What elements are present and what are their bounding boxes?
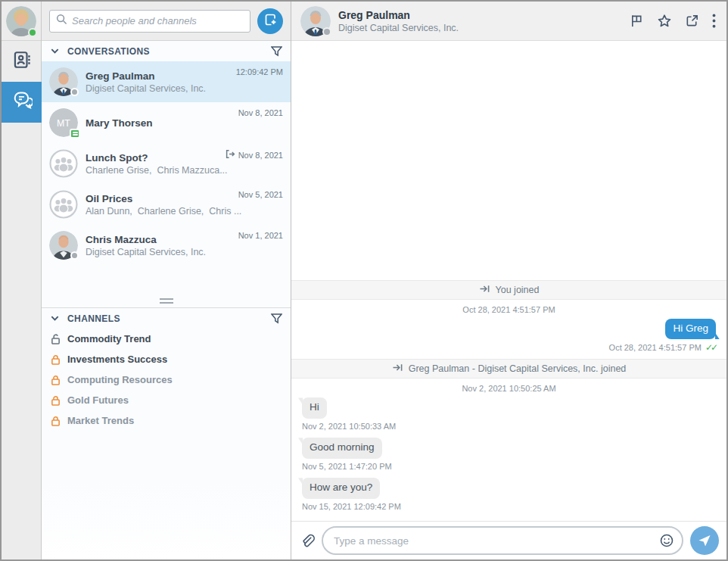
conversations-list: Greg Paulman Digiset Capital Services, I… bbox=[42, 61, 291, 266]
system-banner-peer-joined: Greg Paulman - Digiset Capital Services,… bbox=[291, 359, 726, 379]
conversation-participants: Alan Dunn, Charlene Grise, Chris ... bbox=[86, 206, 283, 217]
channel-market-trends[interactable]: Market Trends bbox=[42, 410, 291, 431]
new-chat-icon bbox=[263, 12, 278, 30]
chat-header: Greg Paulman Digiset Capital Services, I… bbox=[291, 2, 726, 41]
message-text: How are you? bbox=[310, 482, 372, 493]
group-avatar-icon bbox=[49, 149, 78, 178]
received-message-bubble[interactable]: Good morning bbox=[302, 438, 382, 459]
conversation-timestamp: Nov 1, 2021 bbox=[238, 231, 283, 240]
send-plane-icon bbox=[697, 533, 712, 548]
lock-icon bbox=[51, 354, 61, 365]
received-message-meta: Nov 2, 2021 10:50:33 AM bbox=[302, 422, 396, 431]
avatar bbox=[49, 67, 78, 96]
bubble-tail bbox=[298, 397, 303, 404]
channel-commodity-trend[interactable]: Commodity Trend bbox=[42, 329, 291, 349]
peer-name: Greg Paulman bbox=[338, 9, 459, 21]
lock-icon bbox=[51, 395, 61, 406]
section-divider bbox=[42, 266, 291, 308]
contacts-icon bbox=[12, 50, 32, 73]
resize-handle[interactable] bbox=[160, 298, 173, 304]
attachment-button[interactable] bbox=[299, 533, 315, 549]
search-input[interactable] bbox=[72, 15, 244, 26]
kebab-menu-icon[interactable] bbox=[712, 14, 716, 28]
chat-badge-icon bbox=[70, 129, 80, 139]
send-button[interactable] bbox=[690, 526, 719, 555]
conversation-subtitle: Digiset Capital Services, Inc. bbox=[86, 247, 283, 257]
conversation-greg-paulman[interactable]: Greg Paulman Digiset Capital Services, I… bbox=[42, 61, 291, 102]
conversations-header-label: CONVERSATIONS bbox=[67, 46, 271, 57]
flag-icon[interactable] bbox=[630, 14, 644, 28]
channel-label: Market Trends bbox=[67, 415, 134, 426]
sent-message-bubble[interactable]: Hi Greg bbox=[665, 319, 716, 340]
sidebar-item-chats[interactable] bbox=[2, 82, 42, 123]
message-text: Hi bbox=[310, 401, 319, 413]
join-arrow-icon bbox=[479, 284, 490, 296]
channels-header: CHANNELS bbox=[42, 308, 291, 329]
peer-avatar[interactable] bbox=[300, 6, 331, 36]
timeline-timestamp: Nov 2, 2021 10:50:25 AM bbox=[291, 384, 726, 393]
offline-status-dot bbox=[70, 251, 79, 260]
message-text: Good morning bbox=[310, 441, 375, 453]
join-arrow-icon bbox=[392, 363, 403, 375]
chevron-down-icon[interactable] bbox=[50, 313, 60, 323]
received-message-bubble[interactable]: Hi bbox=[302, 397, 327, 419]
conversation-name: Mary Thorsen bbox=[86, 117, 283, 129]
my-avatar[interactable] bbox=[6, 6, 36, 36]
channel-label: Gold Futures bbox=[67, 394, 129, 406]
channels-filter-icon[interactable] bbox=[271, 313, 282, 324]
conversation-timestamp: Nov 5, 2021 bbox=[238, 190, 283, 199]
lock-open-icon bbox=[51, 334, 61, 344]
message-composer bbox=[291, 521, 726, 559]
channel-investments-success[interactable]: Investments Success bbox=[42, 349, 291, 369]
left-rail bbox=[2, 2, 42, 559]
group-avatar-icon bbox=[49, 190, 78, 219]
online-status-dot bbox=[28, 28, 37, 37]
chat-pane: Greg Paulman Digiset Capital Services, I… bbox=[291, 2, 726, 559]
sent-message-meta: Oct 28, 2021 4:51:57 PM ✓✓ bbox=[609, 342, 716, 353]
lock-icon bbox=[51, 416, 61, 426]
channel-label: Computing Resources bbox=[67, 374, 173, 385]
star-icon[interactable] bbox=[657, 14, 672, 29]
conversation-lunch-spot[interactable]: Lunch Spot? Charlene Grise, Chris Mazzuc… bbox=[42, 143, 291, 184]
message-input-box[interactable] bbox=[322, 526, 683, 555]
new-chat-button[interactable] bbox=[257, 8, 283, 34]
conversations-header: CONVERSATIONS bbox=[42, 41, 291, 61]
message-timestamp: Oct 28, 2021 4:51:57 PM bbox=[609, 343, 702, 352]
channels-header-label: CHANNELS bbox=[67, 313, 271, 324]
peer-company: Digiset Capital Services, Inc. bbox=[338, 23, 459, 33]
received-message-bubble[interactable]: How are you? bbox=[302, 478, 380, 499]
channel-label: Commodity Trend bbox=[67, 333, 151, 344]
conversations-filter-icon[interactable] bbox=[271, 45, 282, 57]
received-message-meta: Nov 15, 2021 12:09:42 PM bbox=[302, 502, 401, 511]
pop-out-icon[interactable] bbox=[685, 14, 699, 28]
channel-computing-resources[interactable]: Computing Resources bbox=[42, 369, 291, 390]
channel-label: Investments Success bbox=[67, 354, 167, 365]
search-icon bbox=[56, 14, 67, 28]
search-box[interactable] bbox=[49, 10, 250, 33]
sidebar: CONVERSATIONS bbox=[42, 2, 291, 559]
conversation-info: Mary Thorsen bbox=[86, 117, 283, 129]
smiley-icon bbox=[659, 533, 674, 548]
conversation-time-label: Nov 8, 2021 bbox=[238, 151, 283, 160]
system-banner-you-joined: You joined bbox=[291, 280, 726, 300]
chats-icon bbox=[11, 90, 33, 114]
search-bar-row bbox=[42, 2, 291, 41]
avatar: MT bbox=[49, 108, 78, 137]
offline-status-dot bbox=[322, 27, 331, 36]
conversation-oil-prices[interactable]: Oil Prices Alan Dunn, Charlene Grise, Ch… bbox=[42, 184, 291, 225]
chat-actions bbox=[630, 14, 716, 29]
left-room-icon bbox=[225, 149, 235, 161]
sidebar-item-contacts[interactable] bbox=[2, 41, 42, 82]
conversation-mary-thorsen[interactable]: MT Mary Thorsen Nov 8, 2021 bbox=[42, 102, 291, 143]
conversation-chris-mazzuca[interactable]: Chris Mazzuca Digiset Capital Services, … bbox=[42, 225, 291, 266]
bubble-tail bbox=[715, 332, 720, 339]
message-input[interactable] bbox=[334, 535, 659, 547]
emoji-button[interactable] bbox=[659, 533, 674, 548]
timeline-timestamp: Oct 28, 2021 4:51:57 PM bbox=[291, 305, 726, 314]
svg-text:MT: MT bbox=[57, 118, 70, 129]
sidebar-empty-area bbox=[42, 431, 291, 559]
lock-icon bbox=[51, 375, 61, 385]
channel-gold-futures[interactable]: Gold Futures bbox=[42, 390, 291, 410]
my-profile[interactable] bbox=[2, 2, 41, 41]
chevron-down-icon[interactable] bbox=[50, 46, 60, 56]
